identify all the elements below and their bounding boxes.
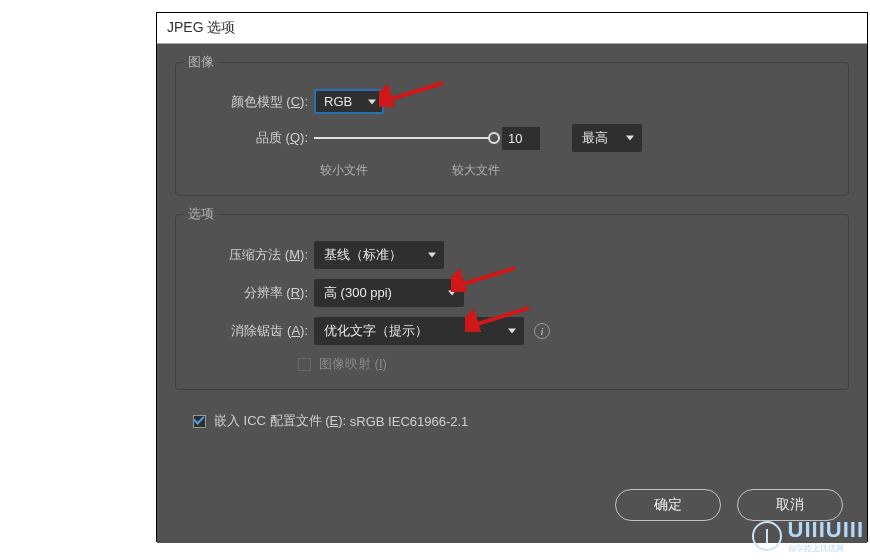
options-group: 选项 压缩方法 (M): 基线（标准） 分辨率 (R): 高 (300 ppi) — [175, 214, 849, 390]
chevron-down-icon — [508, 329, 516, 334]
jpeg-options-dialog: JPEG 选项 图像 颜色模型 (C): RGB 品质 (Q): — [156, 12, 868, 542]
quality-row: 品质 (Q): 最高 — [192, 124, 832, 152]
quality-min-label: 较小文件 — [320, 162, 368, 179]
chevron-down-icon — [368, 99, 376, 104]
quality-max-label: 较大文件 — [452, 162, 500, 179]
antialias-value: 优化文字（提示） — [324, 322, 428, 340]
dialog-body: 图像 颜色模型 (C): RGB 品质 (Q): — [157, 44, 867, 543]
antialias-label: 消除锯齿 (A): — [192, 322, 314, 340]
chevron-down-icon — [626, 136, 634, 141]
options-group-title: 选项 — [184, 205, 218, 223]
ok-button[interactable]: 确定 — [615, 489, 721, 521]
compression-select[interactable]: 基线（标准） — [314, 241, 444, 269]
color-model-select[interactable]: RGB — [314, 89, 384, 114]
quality-slider[interactable] — [314, 137, 494, 139]
quality-label: 品质 (Q): — [192, 129, 314, 147]
info-icon[interactable]: i — [534, 323, 550, 339]
embed-icc-row: 嵌入 ICC 配置文件 (E): sRGB IEC61966-2.1 — [193, 412, 849, 430]
dialog-title: JPEG 选项 — [167, 19, 235, 35]
dialog-titlebar[interactable]: JPEG 选项 — [157, 13, 867, 44]
watermark-logo: UIIIUIII 自学路上优优网 — [752, 517, 864, 554]
quality-slider-wrap: 最高 — [314, 124, 642, 152]
antialias-select[interactable]: 优化文字（提示） — [314, 317, 524, 345]
quality-preset-value: 最高 — [582, 129, 608, 147]
logo-tagline: 自学路上优优网 — [788, 543, 864, 554]
resolution-row: 分辨率 (R): 高 (300 ppi) — [192, 279, 832, 307]
color-model-row: 颜色模型 (C): RGB — [192, 89, 832, 114]
quality-preset-select[interactable]: 最高 — [572, 124, 642, 152]
image-group-title: 图像 — [184, 53, 218, 71]
image-group: 图像 颜色模型 (C): RGB 品质 (Q): — [175, 62, 849, 196]
embed-icc-profile: sRGB IEC61966-2.1 — [350, 414, 469, 429]
compression-label: 压缩方法 (M): — [192, 246, 314, 264]
quality-input[interactable] — [502, 127, 540, 150]
imagemap-row: 图像映射 (I) — [298, 355, 832, 373]
compression-value: 基线（标准） — [324, 246, 402, 264]
embed-icc-checkbox[interactable] — [193, 415, 206, 428]
antialias-row: 消除锯齿 (A): 优化文字（提示） i — [192, 317, 832, 345]
resolution-value: 高 (300 ppi) — [324, 284, 392, 302]
imagemap-checkbox[interactable] — [298, 358, 311, 371]
resolution-label: 分辨率 (R): — [192, 284, 314, 302]
logo-mark-icon — [752, 521, 782, 551]
color-model-label: 颜色模型 (C): — [192, 93, 314, 111]
quality-slider-labels: 较小文件 较大文件 — [320, 162, 500, 179]
embed-icc-label: 嵌入 ICC 配置文件 (E): — [214, 412, 346, 430]
imagemap-label: 图像映射 (I) — [319, 355, 387, 373]
compression-row: 压缩方法 (M): 基线（标准） — [192, 241, 832, 269]
logo-text: UIIIUIII — [788, 517, 864, 543]
chevron-down-icon — [448, 291, 456, 296]
resolution-select[interactable]: 高 (300 ppi) — [314, 279, 464, 307]
slider-thumb-icon[interactable] — [488, 132, 500, 144]
color-model-value: RGB — [324, 94, 352, 109]
chevron-down-icon — [428, 253, 436, 258]
